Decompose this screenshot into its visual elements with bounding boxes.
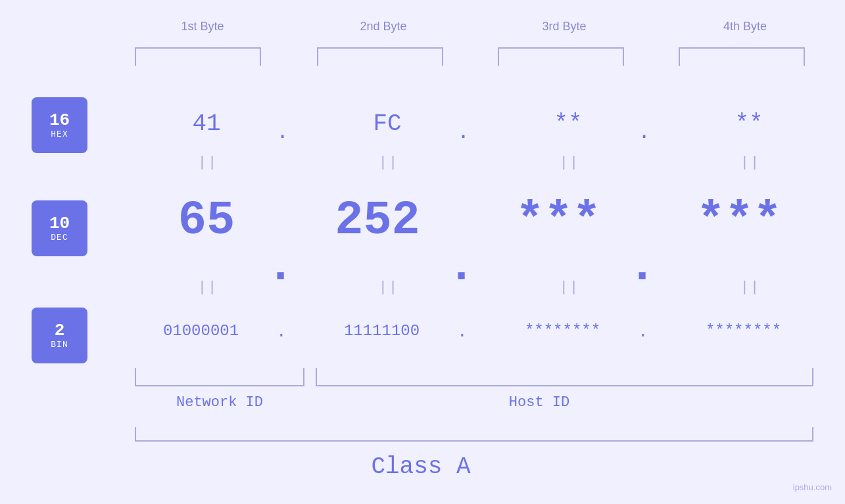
header-bracket-1 [135, 47, 261, 66]
header-bracket-4 [679, 47, 805, 66]
bin-badge-label: BIN [51, 340, 68, 350]
class-label: Class A [263, 453, 579, 480]
hex-val-4: ** [686, 110, 812, 137]
main-container: 1st Byte 2nd Byte 3rd Byte 4th Byte 16 H… [0, 0, 845, 504]
hex-val-1: 41 [143, 110, 270, 137]
hex-eq-2: || [369, 154, 408, 171]
dec-eq-1: || [188, 279, 228, 296]
col-header-4: 4th Byte [686, 20, 804, 34]
hex-eq-3: || [550, 154, 589, 171]
hex-val-2: FC [324, 110, 450, 137]
hex-dot-1: . [276, 120, 289, 145]
hex-dot-3: . [638, 120, 650, 145]
hex-dot-2: . [457, 120, 470, 145]
dec-badge-label: DEC [51, 233, 68, 242]
host-id-bracket [316, 368, 813, 386]
network-id-label: Network ID [135, 394, 304, 411]
dec-badge-number: 10 [49, 214, 70, 233]
bin-badge: 2 BIN [32, 308, 87, 363]
host-id-label: Host ID [408, 394, 671, 411]
hex-badge-number: 16 [49, 111, 70, 130]
hex-badge-label: HEX [51, 129, 68, 139]
dec-eq-4: || [731, 279, 770, 296]
network-id-bracket [135, 368, 304, 386]
bin-badge-number: 2 [55, 321, 65, 340]
header-bracket-3 [498, 47, 624, 66]
col-header-3: 3rd Byte [505, 20, 623, 34]
hex-val-3: ** [505, 110, 631, 137]
dec-val-2: 252 [304, 194, 450, 248]
dec-eq-3: || [550, 279, 589, 296]
watermark: ipshu.com [793, 482, 832, 492]
bin-val-1: 01000001 [117, 322, 285, 340]
dec-dot-2: . [447, 240, 475, 294]
dec-dot-3: . [628, 240, 656, 294]
hex-eq-4: || [731, 154, 770, 171]
bin-val-4: ******** [660, 322, 827, 340]
bin-val-3: ******** [479, 322, 646, 340]
header-bracket-2 [317, 47, 443, 66]
class-bracket [135, 427, 813, 442]
bin-dot-2: . [457, 322, 468, 342]
col-header-1: 1st Byte [143, 20, 262, 34]
hex-badge: 16 HEX [32, 97, 87, 153]
dec-val-3: *** [485, 194, 631, 248]
dec-eq-2: || [369, 279, 408, 296]
dec-val-1: 65 [143, 194, 270, 248]
col-header-2: 2nd Byte [324, 20, 443, 34]
dec-badge: 10 DEC [32, 200, 87, 256]
bin-val-2: 11111100 [298, 322, 466, 340]
dec-val-4: *** [666, 194, 812, 248]
dec-dot-1: . [266, 240, 295, 294]
hex-eq-1: || [188, 154, 228, 171]
bin-dot-1: . [276, 322, 287, 342]
bin-dot-3: . [638, 322, 648, 342]
